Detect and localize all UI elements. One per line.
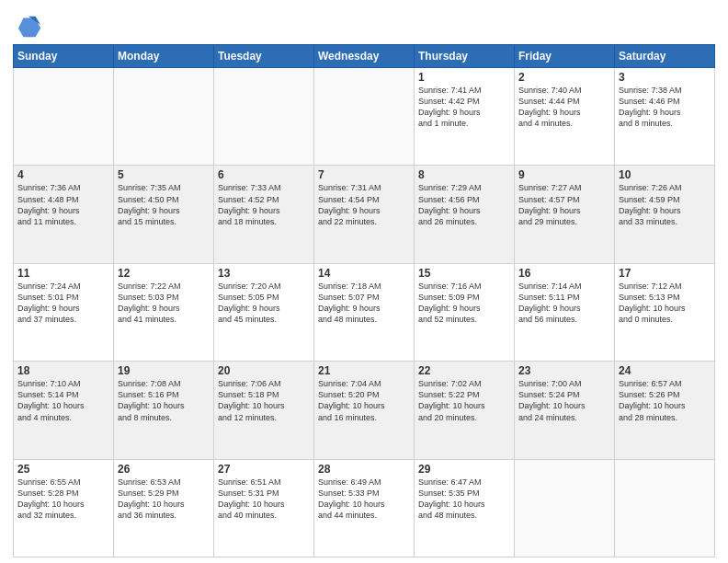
day-number: 1	[418, 71, 510, 84]
day-cell	[615, 459, 715, 557]
day-header-saturday: Saturday	[615, 45, 715, 68]
day-header-tuesday: Tuesday	[214, 45, 314, 68]
day-info: Sunrise: 7:31 AM Sunset: 4:54 PM Dayligh…	[318, 182, 410, 227]
day-number: 21	[318, 364, 410, 377]
day-number: 4	[17, 168, 109, 181]
day-cell: 11Sunrise: 7:24 AM Sunset: 5:01 PM Dayli…	[14, 263, 114, 361]
day-number: 12	[118, 267, 210, 280]
logo-icon	[17, 13, 42, 39]
week-row-2: 4Sunrise: 7:36 AM Sunset: 4:48 PM Daylig…	[14, 166, 715, 263]
day-info: Sunrise: 7:36 AM Sunset: 4:48 PM Dayligh…	[17, 182, 109, 227]
day-number: 3	[619, 71, 711, 84]
day-number: 22	[418, 364, 510, 377]
day-info: Sunrise: 7:04 AM Sunset: 5:20 PM Dayligh…	[318, 378, 410, 423]
day-info: Sunrise: 7:27 AM Sunset: 4:57 PM Dayligh…	[518, 182, 610, 227]
day-cell: 18Sunrise: 7:10 AM Sunset: 5:14 PM Dayli…	[14, 362, 114, 459]
day-cell: 16Sunrise: 7:14 AM Sunset: 5:11 PM Dayli…	[515, 263, 615, 361]
day-number: 7	[318, 168, 410, 181]
day-info: Sunrise: 6:53 AM Sunset: 5:29 PM Dayligh…	[118, 477, 210, 522]
day-cell: 2Sunrise: 7:40 AM Sunset: 4:44 PM Daylig…	[515, 68, 615, 166]
day-header-monday: Monday	[114, 45, 214, 68]
day-cell: 24Sunrise: 6:57 AM Sunset: 5:26 PM Dayli…	[615, 362, 715, 459]
day-info: Sunrise: 7:26 AM Sunset: 4:59 PM Dayligh…	[619, 182, 711, 227]
day-info: Sunrise: 7:00 AM Sunset: 5:24 PM Dayligh…	[518, 378, 610, 423]
week-row-1: 1Sunrise: 7:41 AM Sunset: 4:42 PM Daylig…	[14, 68, 715, 166]
day-cell: 4Sunrise: 7:36 AM Sunset: 4:48 PM Daylig…	[14, 166, 114, 263]
day-number: 6	[218, 168, 310, 181]
day-cell: 13Sunrise: 7:20 AM Sunset: 5:05 PM Dayli…	[214, 263, 314, 361]
day-cell: 6Sunrise: 7:33 AM Sunset: 4:52 PM Daylig…	[214, 166, 314, 263]
day-cell: 14Sunrise: 7:18 AM Sunset: 5:07 PM Dayli…	[314, 263, 415, 361]
day-info: Sunrise: 7:35 AM Sunset: 4:50 PM Dayligh…	[118, 182, 210, 227]
day-cell	[14, 68, 114, 166]
day-number: 25	[17, 463, 109, 476]
day-info: Sunrise: 7:18 AM Sunset: 5:07 PM Dayligh…	[318, 281, 410, 326]
day-number: 5	[118, 168, 210, 181]
day-info: Sunrise: 7:38 AM Sunset: 4:46 PM Dayligh…	[619, 85, 711, 130]
day-info: Sunrise: 6:49 AM Sunset: 5:33 PM Dayligh…	[318, 477, 410, 522]
day-number: 16	[518, 267, 610, 280]
calendar-header-row: SundayMondayTuesdayWednesdayThursdayFrid…	[14, 45, 715, 68]
day-number: 14	[318, 267, 410, 280]
day-cell: 15Sunrise: 7:16 AM Sunset: 5:09 PM Dayli…	[415, 263, 515, 361]
day-cell: 28Sunrise: 6:49 AM Sunset: 5:33 PM Dayli…	[314, 459, 415, 557]
logo	[13, 13, 42, 39]
day-info: Sunrise: 7:08 AM Sunset: 5:16 PM Dayligh…	[118, 378, 210, 423]
day-number: 29	[418, 463, 510, 476]
day-info: Sunrise: 6:55 AM Sunset: 5:28 PM Dayligh…	[17, 477, 109, 522]
day-number: 8	[418, 168, 510, 181]
page: SundayMondayTuesdayWednesdayThursdayFrid…	[0, 0, 728, 563]
week-row-4: 18Sunrise: 7:10 AM Sunset: 5:14 PM Dayli…	[14, 362, 715, 459]
day-cell: 21Sunrise: 7:04 AM Sunset: 5:20 PM Dayli…	[314, 362, 415, 459]
day-number: 19	[118, 364, 210, 377]
day-cell: 20Sunrise: 7:06 AM Sunset: 5:18 PM Dayli…	[214, 362, 314, 459]
week-row-3: 11Sunrise: 7:24 AM Sunset: 5:01 PM Dayli…	[14, 263, 715, 361]
day-info: Sunrise: 7:41 AM Sunset: 4:42 PM Dayligh…	[418, 85, 510, 130]
day-info: Sunrise: 7:02 AM Sunset: 5:22 PM Dayligh…	[418, 378, 510, 423]
day-cell	[515, 459, 615, 557]
day-info: Sunrise: 7:24 AM Sunset: 5:01 PM Dayligh…	[17, 281, 109, 326]
day-cell: 1Sunrise: 7:41 AM Sunset: 4:42 PM Daylig…	[415, 68, 515, 166]
day-info: Sunrise: 6:57 AM Sunset: 5:26 PM Dayligh…	[619, 378, 711, 423]
day-number: 24	[619, 364, 711, 377]
day-cell	[114, 68, 214, 166]
day-header-sunday: Sunday	[14, 45, 114, 68]
day-info: Sunrise: 7:14 AM Sunset: 5:11 PM Dayligh…	[518, 281, 610, 326]
day-cell	[314, 68, 415, 166]
day-cell: 17Sunrise: 7:12 AM Sunset: 5:13 PM Dayli…	[615, 263, 715, 361]
day-info: Sunrise: 7:22 AM Sunset: 5:03 PM Dayligh…	[118, 281, 210, 326]
day-header-friday: Friday	[515, 45, 615, 68]
day-number: 18	[17, 364, 109, 377]
calendar-table: SundayMondayTuesdayWednesdayThursdayFrid…	[13, 44, 715, 557]
day-info: Sunrise: 7:12 AM Sunset: 5:13 PM Dayligh…	[619, 281, 711, 326]
day-number: 20	[218, 364, 310, 377]
week-row-5: 25Sunrise: 6:55 AM Sunset: 5:28 PM Dayli…	[14, 459, 715, 557]
day-cell: 5Sunrise: 7:35 AM Sunset: 4:50 PM Daylig…	[114, 166, 214, 263]
day-info: Sunrise: 7:20 AM Sunset: 5:05 PM Dayligh…	[218, 281, 310, 326]
day-number: 17	[619, 267, 711, 280]
day-cell: 8Sunrise: 7:29 AM Sunset: 4:56 PM Daylig…	[415, 166, 515, 263]
day-cell	[214, 68, 314, 166]
day-cell: 9Sunrise: 7:27 AM Sunset: 4:57 PM Daylig…	[515, 166, 615, 263]
day-header-thursday: Thursday	[415, 45, 515, 68]
day-info: Sunrise: 6:47 AM Sunset: 5:35 PM Dayligh…	[418, 477, 510, 522]
day-info: Sunrise: 7:33 AM Sunset: 4:52 PM Dayligh…	[218, 182, 310, 227]
day-cell: 7Sunrise: 7:31 AM Sunset: 4:54 PM Daylig…	[314, 166, 415, 263]
day-info: Sunrise: 7:29 AM Sunset: 4:56 PM Dayligh…	[418, 182, 510, 227]
day-cell: 12Sunrise: 7:22 AM Sunset: 5:03 PM Dayli…	[114, 263, 214, 361]
day-cell: 25Sunrise: 6:55 AM Sunset: 5:28 PM Dayli…	[14, 459, 114, 557]
day-cell: 22Sunrise: 7:02 AM Sunset: 5:22 PM Dayli…	[415, 362, 515, 459]
day-info: Sunrise: 7:10 AM Sunset: 5:14 PM Dayligh…	[17, 378, 109, 423]
day-number: 15	[418, 267, 510, 280]
day-info: Sunrise: 6:51 AM Sunset: 5:31 PM Dayligh…	[218, 477, 310, 522]
header	[13, 9, 715, 39]
day-header-wednesday: Wednesday	[314, 45, 415, 68]
day-cell: 29Sunrise: 6:47 AM Sunset: 5:35 PM Dayli…	[415, 459, 515, 557]
day-number: 28	[318, 463, 410, 476]
day-cell: 26Sunrise: 6:53 AM Sunset: 5:29 PM Dayli…	[114, 459, 214, 557]
day-cell: 27Sunrise: 6:51 AM Sunset: 5:31 PM Dayli…	[214, 459, 314, 557]
day-cell: 19Sunrise: 7:08 AM Sunset: 5:16 PM Dayli…	[114, 362, 214, 459]
day-number: 9	[518, 168, 610, 181]
day-cell: 3Sunrise: 7:38 AM Sunset: 4:46 PM Daylig…	[615, 68, 715, 166]
day-number: 13	[218, 267, 310, 280]
